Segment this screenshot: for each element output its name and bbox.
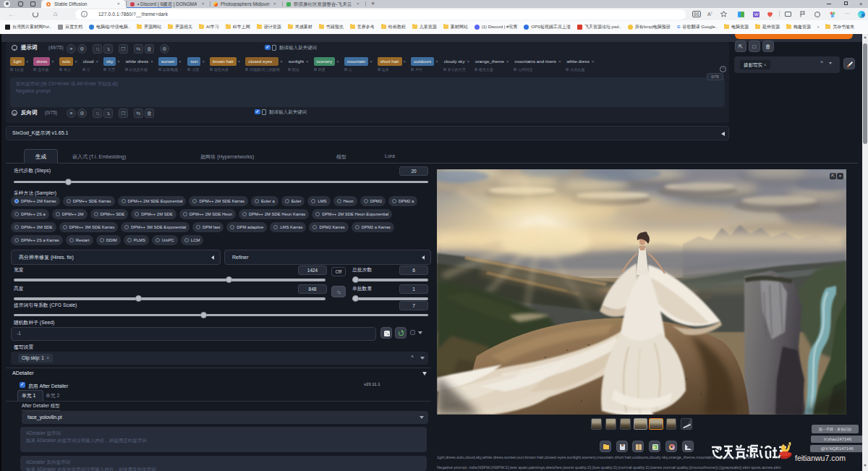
svg-text:feitianwu7.com: feitianwu7.com <box>795 454 846 462</box>
